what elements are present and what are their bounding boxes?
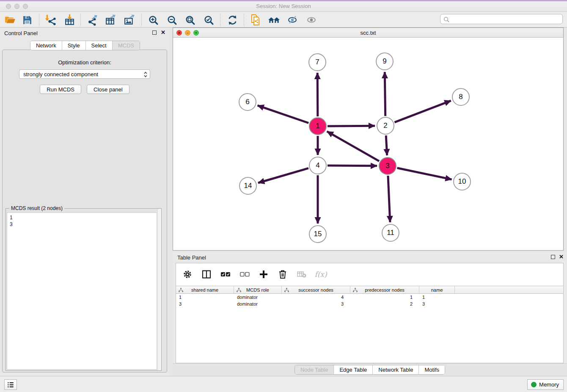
table-row-0[interactable]: 1dominator411	[176, 294, 563, 301]
graph-edge-3-11[interactable]	[388, 176, 390, 222]
cell-1-2[interactable]: 3	[282, 301, 350, 307]
graph-node-14[interactable]: 14	[239, 177, 257, 195]
cell-1-3[interactable]: 2	[350, 301, 419, 307]
graph-edge-3-10[interactable]	[397, 168, 452, 179]
mcds-result-text[interactable]: 1 3	[7, 213, 157, 370]
cell-0-4[interactable]: 1	[419, 294, 455, 301]
open-session-button[interactable]	[3, 13, 18, 27]
column-header-4[interactable]: name	[419, 286, 455, 293]
cell-1-1[interactable]: dominator	[234, 301, 282, 307]
optimization-criterion-label: Optimization criterion:	[3, 59, 167, 66]
new-network-from-selection-button[interactable]	[248, 13, 263, 27]
graph-edge-1-6[interactable]	[258, 105, 309, 123]
zoom-out-button[interactable]	[164, 13, 179, 27]
tab-edge-table[interactable]: Edge Table	[334, 365, 373, 374]
houses-icon	[268, 15, 281, 25]
window-title: Session: New Session	[0, 3, 567, 9]
delete-table-button[interactable]	[295, 268, 308, 281]
table-row-1[interactable]: 3dominator323	[176, 301, 563, 307]
graph-node-6[interactable]: 6	[239, 93, 256, 111]
import-table-button[interactable]	[62, 13, 77, 27]
tab-network-table[interactable]: Network Table	[373, 365, 419, 374]
zoom-selected-icon	[204, 15, 214, 25]
app-titlebar: Session: New Session	[0, 0, 567, 12]
memory-status-icon	[531, 382, 537, 387]
apply-function-button[interactable]: f(x)	[314, 268, 327, 281]
export-network-button[interactable]	[85, 13, 100, 27]
graph-edge-4-14[interactable]	[258, 168, 308, 183]
split-panel-button[interactable]	[200, 268, 213, 281]
toolbar-separator	[220, 14, 220, 26]
tab-style[interactable]: Style	[62, 41, 86, 50]
deselect-all-button[interactable]	[238, 268, 251, 281]
graph-node-1[interactable]: 1	[309, 117, 327, 135]
float-table-panel-icon[interactable]	[551, 255, 555, 259]
tab-mcds[interactable]: MCDS	[113, 41, 140, 50]
houses-button[interactable]	[267, 13, 282, 27]
cell-0-0[interactable]: 1	[176, 294, 234, 301]
refresh-button[interactable]	[225, 13, 240, 27]
cell-1-4[interactable]: 3	[419, 301, 455, 307]
export-table-button[interactable]	[103, 13, 118, 27]
import-network-button[interactable]	[42, 13, 58, 27]
delete-column-button[interactable]	[276, 268, 289, 281]
graph-node-9[interactable]: 9	[376, 52, 394, 70]
import-network-icon	[44, 14, 56, 26]
criterion-select[interactable]: strongly connected component	[19, 69, 150, 79]
graph-edge-4-3[interactable]	[328, 166, 377, 166]
graph-node-2[interactable]: 2	[377, 117, 394, 135]
select-all-button[interactable]	[219, 268, 232, 281]
tab-node-table[interactable]: Node Table	[295, 365, 334, 374]
export-image-button[interactable]	[121, 13, 137, 27]
column-header-2[interactable]: successor nodes	[282, 286, 350, 293]
graph-node-7[interactable]: 7	[308, 53, 326, 71]
result-scrollbar[interactable]	[157, 209, 161, 370]
column-header-3[interactable]: predecessor nodes	[350, 286, 419, 293]
graph-node-15[interactable]: 15	[309, 225, 327, 243]
run-mcds-button[interactable]: Run MCDS	[40, 85, 81, 94]
search-input[interactable]	[451, 15, 560, 23]
hide-eye-button[interactable]	[285, 13, 300, 27]
close-table-panel-icon[interactable]: ✕	[559, 254, 564, 260]
zoom-fit-button[interactable]	[182, 13, 198, 27]
graph-edge-2-9[interactable]	[385, 72, 385, 116]
network-titlebar[interactable]: ✕ − + scc.txt	[173, 28, 563, 38]
graph-node-8[interactable]: 8	[452, 88, 470, 106]
toolbar-separator	[141, 14, 142, 26]
zoom-selected-button[interactable]	[201, 13, 216, 27]
split-panel-icon	[201, 269, 212, 279]
table-settings-button[interactable]	[181, 268, 194, 281]
column-header-1[interactable]: MCDS role	[234, 286, 282, 293]
graph-node-3[interactable]: 3	[379, 157, 396, 175]
tab-network[interactable]: Network	[30, 41, 62, 50]
cell-0-1[interactable]: dominator	[234, 294, 282, 301]
tab-select[interactable]: Select	[86, 41, 113, 50]
graph-node-10[interactable]: 10	[453, 173, 471, 190]
graph-edge-2-3[interactable]	[386, 135, 387, 155]
show-eye-button[interactable]	[304, 13, 319, 27]
network-title: scc.txt	[173, 30, 563, 36]
graph-edge-1-7[interactable]	[317, 73, 318, 116]
graph-edge-1-2[interactable]	[328, 126, 375, 126]
graph-edge-3-1[interactable]	[327, 131, 379, 161]
cell-0-3[interactable]: 1	[350, 294, 419, 301]
close-panel-icon[interactable]: ✕	[161, 29, 165, 36]
task-list-icon	[7, 381, 14, 389]
zoom-in-button[interactable]	[146, 13, 161, 27]
memory-button[interactable]: Memory	[527, 379, 564, 390]
cell-1-0[interactable]: 3	[176, 301, 234, 307]
task-history-button[interactable]	[4, 379, 17, 390]
control-panel-title: Control Panel	[4, 30, 38, 36]
column-header-0[interactable]: shared name	[176, 286, 234, 293]
graph-canvas[interactable]: 7968124314101511	[173, 38, 563, 250]
save-session-button[interactable]	[19, 13, 35, 27]
add-column-button[interactable]	[257, 268, 270, 281]
float-panel-icon[interactable]	[152, 30, 157, 35]
tab-motifs[interactable]: Motifs	[419, 365, 445, 374]
graph-edge-2-8[interactable]	[395, 101, 451, 122]
cell-0-2[interactable]: 4	[282, 294, 350, 301]
graph-node-11[interactable]: 11	[382, 224, 399, 242]
close-panel-button[interactable]: Close panel	[87, 85, 129, 94]
graph-node-4[interactable]: 4	[309, 157, 327, 174]
save-icon	[22, 15, 32, 25]
